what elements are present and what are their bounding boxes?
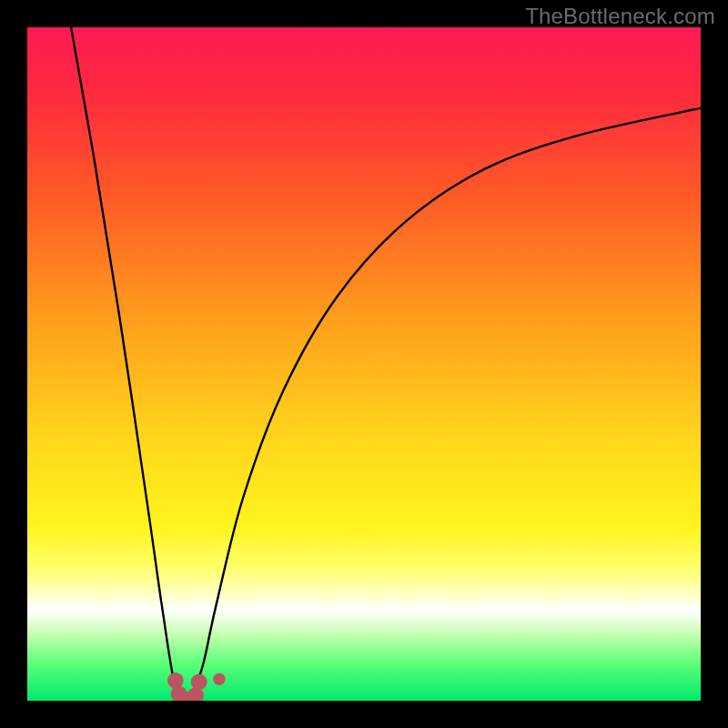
data-point-markers: [27, 27, 701, 701]
svg-point-5: [191, 673, 207, 690]
plot-area: [27, 27, 701, 701]
svg-point-6: [213, 673, 225, 685]
watermark-text: TheBottleneck.com: [525, 4, 715, 29]
chart-frame: TheBottleneck.com: [0, 0, 728, 728]
svg-point-1: [167, 672, 184, 689]
